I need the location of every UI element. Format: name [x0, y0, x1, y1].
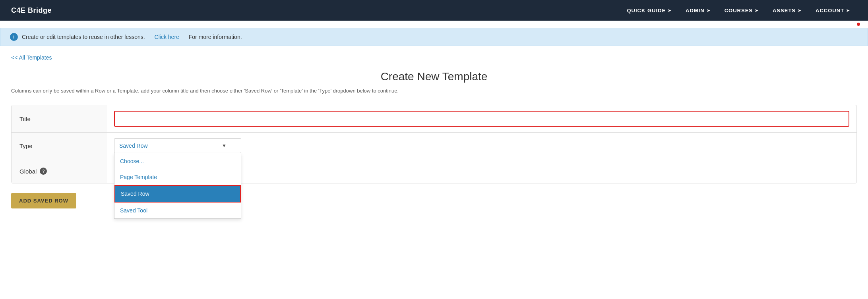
info-click-here-link[interactable]: Click here: [155, 34, 179, 40]
back-link[interactable]: << All Templates: [11, 54, 52, 61]
navbar-link-admin[interactable]: ADMIN ➤: [678, 0, 717, 21]
navbar-link-courses[interactable]: COURSES ➤: [717, 0, 765, 21]
type-selected-label: Saved Row: [119, 143, 148, 149]
main-content: << All Templates Create New Template Col…: [0, 46, 868, 299]
navbar-link-quick-guide[interactable]: QUICK GUIDE ➤: [620, 0, 678, 21]
form-row-type: Type Saved Row ▼ Choose... Page Template: [12, 133, 856, 159]
type-dropdown-menu: Choose... Page Template Saved Row Saved …: [114, 153, 241, 219]
type-input-cell: Saved Row ▼ Choose... Page Template Save…: [107, 133, 856, 159]
chevron-icon: ➤: [755, 8, 758, 13]
navbar-link-account[interactable]: ACCOUNT ➤: [808, 0, 857, 21]
page-title: Create New Template: [11, 70, 857, 83]
dropdown-arrow-icon: ▼: [222, 143, 227, 149]
navbar-brand: C4E Bridge: [11, 6, 52, 15]
dropdown-option-choose[interactable]: Choose...: [114, 153, 241, 169]
page-subtitle: Columns can only be saved within a Row o…: [11, 88, 857, 94]
global-label: Global ?: [12, 159, 107, 183]
help-icon[interactable]: ?: [40, 168, 47, 175]
chevron-icon: ➤: [846, 8, 850, 13]
dropdown-option-saved-tool[interactable]: Saved Tool: [114, 203, 241, 218]
navbar-links: QUICK GUIDE ➤ ADMIN ➤ COURSES ➤ ASSETS ➤…: [620, 0, 857, 21]
type-select-wrapper: Saved Row ▼ Choose... Page Template Save…: [114, 138, 241, 153]
add-saved-row-button[interactable]: ADD SAVED ROW: [11, 193, 76, 208]
form-row-title: Title: [12, 105, 856, 133]
form-section: Title Type Saved Row ▼: [11, 105, 857, 183]
title-input[interactable]: [114, 111, 849, 127]
title-label: Title: [12, 105, 107, 132]
notification-bar: [0, 21, 868, 28]
info-icon: i: [10, 33, 18, 41]
info-text1: Create or edit templates to reuse in oth…: [22, 34, 145, 40]
dropdown-option-page-template[interactable]: Page Template: [114, 169, 241, 185]
notification-dot: [857, 23, 860, 26]
chevron-icon: ➤: [798, 8, 801, 13]
type-label: Type: [12, 133, 107, 159]
navbar-link-assets[interactable]: ASSETS ➤: [765, 0, 808, 21]
navbar: C4E Bridge QUICK GUIDE ➤ ADMIN ➤ COURSES…: [0, 0, 868, 21]
info-text2: For more information.: [189, 34, 242, 40]
chevron-icon: ➤: [668, 8, 671, 13]
chevron-icon: ➤: [707, 8, 710, 13]
info-banner: i Create or edit templates to reuse in o…: [0, 28, 868, 46]
title-input-cell: [107, 105, 856, 132]
dropdown-option-saved-row[interactable]: Saved Row: [114, 185, 241, 203]
type-select-display[interactable]: Saved Row ▼: [114, 138, 241, 153]
